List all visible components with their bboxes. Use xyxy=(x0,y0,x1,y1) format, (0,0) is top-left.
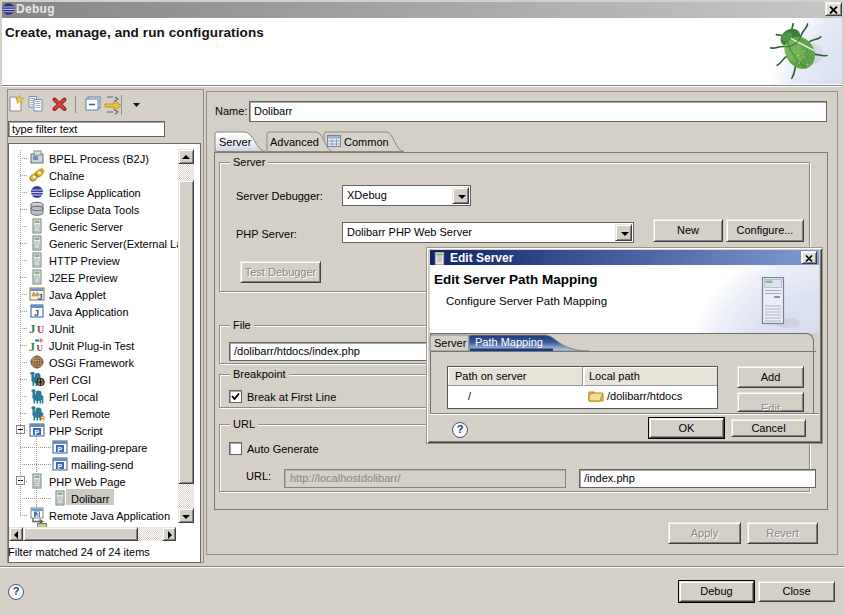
svg-text:J: J xyxy=(29,321,36,336)
svg-text:J: J xyxy=(35,511,39,518)
svg-text:J: J xyxy=(38,292,43,302)
svg-text:P: P xyxy=(58,463,63,470)
svg-text:J: J xyxy=(29,340,35,353)
svg-text:P: P xyxy=(58,446,63,453)
svg-text:U: U xyxy=(37,324,44,335)
svg-text:R: R xyxy=(40,415,45,421)
svg-text:J: J xyxy=(34,308,39,318)
svg-text:U: U xyxy=(37,343,44,353)
